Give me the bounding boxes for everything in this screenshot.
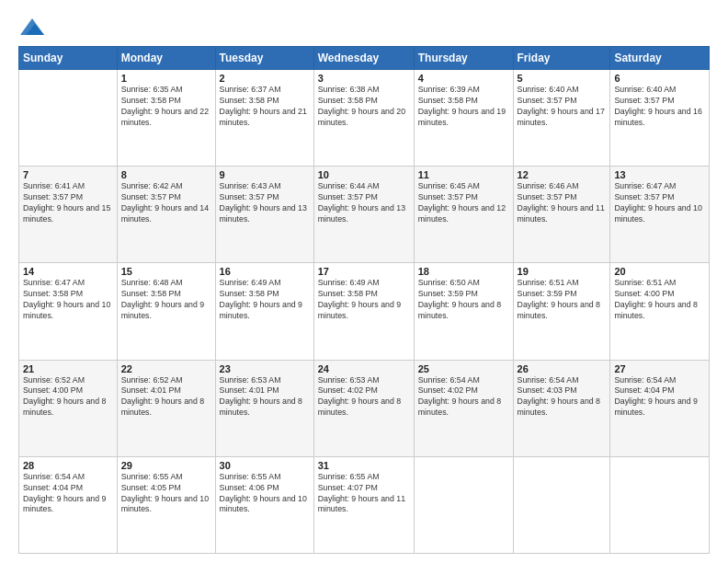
day-number: 29 — [121, 460, 211, 471]
day-number: 17 — [318, 266, 410, 277]
day-info: Sunrise: 6:42 AMSunset: 3:57 PMDaylight:… — [121, 181, 211, 225]
day-info: Sunrise: 6:45 AMSunset: 3:57 PMDaylight:… — [418, 181, 509, 225]
calendar-cell: 4Sunrise: 6:39 AMSunset: 3:58 PMDaylight… — [414, 70, 513, 167]
calendar-week-row: 7Sunrise: 6:41 AMSunset: 3:57 PMDaylight… — [19, 167, 710, 263]
header — [18, 15, 710, 37]
weekday-header-friday: Friday — [513, 47, 610, 70]
day-info: Sunrise: 6:41 AMSunset: 3:57 PMDaylight:… — [23, 181, 113, 225]
calendar-cell: 15Sunrise: 6:48 AMSunset: 3:58 PMDayligh… — [117, 263, 215, 360]
calendar-cell: 21Sunrise: 6:52 AMSunset: 4:00 PMDayligh… — [19, 360, 118, 456]
calendar-cell: 29Sunrise: 6:55 AMSunset: 4:05 PMDayligh… — [117, 456, 215, 553]
calendar-cell: 17Sunrise: 6:49 AMSunset: 3:58 PMDayligh… — [313, 263, 414, 360]
day-number: 2 — [220, 73, 310, 84]
day-info: Sunrise: 6:51 AMSunset: 3:59 PMDaylight:… — [518, 278, 607, 322]
day-number: 7 — [23, 169, 113, 180]
day-number: 10 — [318, 169, 410, 180]
calendar-cell: 27Sunrise: 6:54 AMSunset: 4:04 PMDayligh… — [610, 360, 710, 456]
day-info: Sunrise: 6:55 AMSunset: 4:06 PMDaylight:… — [220, 472, 310, 516]
day-number: 15 — [121, 266, 211, 277]
calendar-cell: 9Sunrise: 6:43 AMSunset: 3:57 PMDaylight… — [215, 167, 313, 263]
day-number: 23 — [220, 363, 310, 374]
calendar-week-row: 21Sunrise: 6:52 AMSunset: 4:00 PMDayligh… — [19, 360, 710, 456]
calendar-cell: 1Sunrise: 6:35 AMSunset: 3:58 PMDaylight… — [117, 70, 215, 167]
weekday-header-saturday: Saturday — [610, 47, 710, 70]
day-info: Sunrise: 6:54 AMSunset: 4:03 PMDaylight:… — [518, 375, 607, 419]
calendar-cell: 19Sunrise: 6:51 AMSunset: 3:59 PMDayligh… — [513, 263, 610, 360]
calendar-cell: 10Sunrise: 6:44 AMSunset: 3:57 PMDayligh… — [313, 167, 414, 263]
calendar-cell — [19, 70, 118, 167]
day-number: 27 — [614, 363, 705, 374]
day-number: 16 — [220, 266, 310, 277]
day-info: Sunrise: 6:43 AMSunset: 3:57 PMDaylight:… — [220, 181, 310, 225]
page: SundayMondayTuesdayWednesdayThursdayFrid… — [0, 0, 728, 563]
day-info: Sunrise: 6:39 AMSunset: 3:58 PMDaylight:… — [418, 85, 509, 129]
calendar-cell: 6Sunrise: 6:40 AMSunset: 3:57 PMDaylight… — [610, 70, 710, 167]
calendar-cell: 20Sunrise: 6:51 AMSunset: 4:00 PMDayligh… — [610, 263, 710, 360]
calendar-cell: 26Sunrise: 6:54 AMSunset: 4:03 PMDayligh… — [513, 360, 610, 456]
day-info: Sunrise: 6:46 AMSunset: 3:57 PMDaylight:… — [518, 181, 607, 225]
day-number: 19 — [518, 266, 607, 277]
calendar-cell — [513, 456, 610, 553]
day-info: Sunrise: 6:47 AMSunset: 3:57 PMDaylight:… — [614, 181, 705, 225]
day-number: 18 — [418, 266, 509, 277]
calendar-cell: 12Sunrise: 6:46 AMSunset: 3:57 PMDayligh… — [513, 167, 610, 263]
weekday-header-row: SundayMondayTuesdayWednesdayThursdayFrid… — [19, 47, 710, 70]
day-number: 4 — [418, 73, 509, 84]
calendar-week-row: 1Sunrise: 6:35 AMSunset: 3:58 PMDaylight… — [19, 70, 710, 167]
day-number: 3 — [318, 73, 410, 84]
logo-icon — [18, 15, 46, 37]
day-info: Sunrise: 6:54 AMSunset: 4:02 PMDaylight:… — [418, 375, 509, 419]
day-info: Sunrise: 6:55 AMSunset: 4:07 PMDaylight:… — [318, 472, 410, 516]
calendar-table: SundayMondayTuesdayWednesdayThursdayFrid… — [18, 46, 710, 554]
day-number: 9 — [220, 169, 310, 180]
day-number: 11 — [418, 169, 509, 180]
day-info: Sunrise: 6:37 AMSunset: 3:58 PMDaylight:… — [220, 85, 310, 129]
calendar-cell: 18Sunrise: 6:50 AMSunset: 3:59 PMDayligh… — [414, 263, 513, 360]
calendar-cell — [414, 456, 513, 553]
day-info: Sunrise: 6:40 AMSunset: 3:57 PMDaylight:… — [614, 85, 705, 129]
calendar-cell: 16Sunrise: 6:49 AMSunset: 3:58 PMDayligh… — [215, 263, 313, 360]
weekday-header-tuesday: Tuesday — [215, 47, 313, 70]
day-info: Sunrise: 6:53 AMSunset: 4:02 PMDaylight:… — [318, 375, 410, 419]
calendar-cell: 3Sunrise: 6:38 AMSunset: 3:58 PMDaylight… — [313, 70, 414, 167]
calendar-cell: 5Sunrise: 6:40 AMSunset: 3:57 PMDaylight… — [513, 70, 610, 167]
day-number: 6 — [614, 73, 705, 84]
day-number: 24 — [318, 363, 410, 374]
calendar-week-row: 14Sunrise: 6:47 AMSunset: 3:58 PMDayligh… — [19, 263, 710, 360]
day-number: 28 — [23, 460, 113, 471]
logo — [18, 15, 50, 37]
calendar-cell: 31Sunrise: 6:55 AMSunset: 4:07 PMDayligh… — [313, 456, 414, 553]
day-info: Sunrise: 6:49 AMSunset: 3:58 PMDaylight:… — [220, 278, 310, 322]
calendar-cell: 8Sunrise: 6:42 AMSunset: 3:57 PMDaylight… — [117, 167, 215, 263]
day-info: Sunrise: 6:51 AMSunset: 4:00 PMDaylight:… — [614, 278, 705, 322]
day-number: 14 — [23, 266, 113, 277]
calendar-cell: 14Sunrise: 6:47 AMSunset: 3:58 PMDayligh… — [19, 263, 118, 360]
calendar-cell: 30Sunrise: 6:55 AMSunset: 4:06 PMDayligh… — [215, 456, 313, 553]
day-info: Sunrise: 6:53 AMSunset: 4:01 PMDaylight:… — [220, 375, 310, 419]
day-info: Sunrise: 6:55 AMSunset: 4:05 PMDaylight:… — [121, 472, 211, 516]
day-info: Sunrise: 6:50 AMSunset: 3:59 PMDaylight:… — [418, 278, 509, 322]
calendar-cell: 22Sunrise: 6:52 AMSunset: 4:01 PMDayligh… — [117, 360, 215, 456]
calendar-cell: 13Sunrise: 6:47 AMSunset: 3:57 PMDayligh… — [610, 167, 710, 263]
day-number: 25 — [418, 363, 509, 374]
calendar-cell: 2Sunrise: 6:37 AMSunset: 3:58 PMDaylight… — [215, 70, 313, 167]
weekday-header-wednesday: Wednesday — [313, 47, 414, 70]
day-info: Sunrise: 6:38 AMSunset: 3:58 PMDaylight:… — [318, 85, 410, 129]
day-info: Sunrise: 6:49 AMSunset: 3:58 PMDaylight:… — [318, 278, 410, 322]
day-number: 8 — [121, 169, 211, 180]
calendar-cell: 7Sunrise: 6:41 AMSunset: 3:57 PMDaylight… — [19, 167, 118, 263]
calendar-cell: 23Sunrise: 6:53 AMSunset: 4:01 PMDayligh… — [215, 360, 313, 456]
calendar-cell: 25Sunrise: 6:54 AMSunset: 4:02 PMDayligh… — [414, 360, 513, 456]
weekday-header-sunday: Sunday — [19, 47, 118, 70]
day-number: 30 — [220, 460, 310, 471]
day-number: 26 — [518, 363, 607, 374]
day-number: 21 — [23, 363, 113, 374]
calendar-week-row: 28Sunrise: 6:54 AMSunset: 4:04 PMDayligh… — [19, 456, 710, 553]
day-info: Sunrise: 6:54 AMSunset: 4:04 PMDaylight:… — [23, 472, 113, 516]
calendar-cell: 11Sunrise: 6:45 AMSunset: 3:57 PMDayligh… — [414, 167, 513, 263]
day-info: Sunrise: 6:52 AMSunset: 4:01 PMDaylight:… — [121, 375, 211, 419]
day-number: 5 — [518, 73, 607, 84]
day-info: Sunrise: 6:40 AMSunset: 3:57 PMDaylight:… — [518, 85, 607, 129]
day-info: Sunrise: 6:35 AMSunset: 3:58 PMDaylight:… — [121, 85, 211, 129]
calendar-cell: 24Sunrise: 6:53 AMSunset: 4:02 PMDayligh… — [313, 360, 414, 456]
